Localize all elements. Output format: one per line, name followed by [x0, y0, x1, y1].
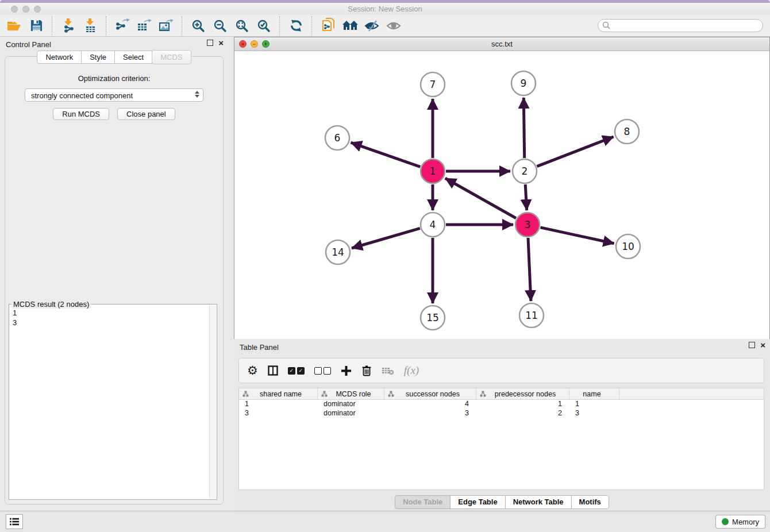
- node-label: 9: [521, 78, 527, 89]
- network-view-window: × − + scc.txt 7968124314101511: [234, 37, 770, 339]
- float-panel-icon[interactable]: [207, 40, 213, 46]
- tab-style[interactable]: Style: [81, 51, 115, 64]
- column-header-successor-nodes[interactable]: successor nodes: [384, 388, 476, 399]
- node-15[interactable]: 15: [421, 306, 445, 330]
- add-column-button[interactable]: [341, 365, 352, 376]
- clone-network-icon: [321, 18, 336, 33]
- table-options-button[interactable]: ⚙: [247, 365, 258, 376]
- import-table-button[interactable]: [79, 16, 101, 36]
- node-6[interactable]: 6: [325, 126, 349, 150]
- zoom-fit-button[interactable]: [231, 16, 253, 36]
- edge-3-1[interactable]: [445, 178, 516, 218]
- hierarchy-icon: [388, 391, 394, 397]
- node-11[interactable]: 11: [519, 303, 544, 327]
- close-table-panel-icon[interactable]: ×: [760, 342, 765, 348]
- edge-4-14[interactable]: [352, 228, 420, 248]
- show-column-panel-button[interactable]: [268, 365, 278, 376]
- node-3[interactable]: 3: [515, 213, 540, 237]
- tab-mcds[interactable]: MCDS: [152, 50, 191, 64]
- zoom-in-button[interactable]: [187, 16, 209, 36]
- node-label: 8: [624, 126, 630, 137]
- node-14[interactable]: 14: [326, 240, 350, 264]
- control-panel-title: Control Panel: [6, 40, 51, 49]
- gear-icon: ⚙: [247, 365, 258, 376]
- node-2[interactable]: 2: [513, 159, 537, 183]
- mcds-result-text[interactable]: 1 3: [10, 306, 209, 498]
- unchecked-box-icon: [324, 367, 331, 375]
- delete-table-button[interactable]: [382, 366, 394, 375]
- table-row[interactable]: 3dominator323: [239, 409, 764, 418]
- title-bar: Session: New Session: [0, 3, 770, 15]
- tab-motifs[interactable]: Motifs: [571, 495, 609, 509]
- optimization-criterion-select[interactable]: strongly connected component: [25, 88, 203, 102]
- export-image-button[interactable]: [155, 16, 177, 36]
- tab-edge-table[interactable]: Edge Table: [450, 495, 505, 509]
- edge-2-8[interactable]: [537, 137, 613, 167]
- column-header-predecessor-nodes[interactable]: predecessor nodes: [476, 388, 569, 399]
- float-table-panel-icon[interactable]: [749, 342, 755, 348]
- node-10[interactable]: 10: [616, 234, 640, 259]
- export-table-button[interactable]: [133, 16, 155, 36]
- close-panel-button[interactable]: Close panel: [117, 108, 175, 120]
- toggle-graphics-details-button[interactable]: [361, 16, 383, 36]
- mcds-result-scrollbar[interactable]: [209, 305, 216, 499]
- tab-network[interactable]: Network: [37, 51, 82, 64]
- zoom-in-icon: [191, 19, 205, 33]
- node-label: 7: [430, 79, 436, 90]
- zoom-out-button[interactable]: [209, 16, 231, 36]
- node-label: 6: [334, 132, 341, 144]
- show-all-networks-button[interactable]: [339, 16, 361, 36]
- edge-1-6[interactable]: [351, 142, 421, 167]
- edge-3-10[interactable]: [541, 228, 614, 244]
- column-header-MCDS-role[interactable]: MCDS role: [318, 388, 384, 399]
- application-window: Session: New Session: [0, 0, 770, 532]
- table-cell: 1: [569, 400, 619, 409]
- node-4[interactable]: 4: [421, 213, 445, 237]
- table-cell: 1: [239, 400, 318, 409]
- tab-select[interactable]: Select: [114, 51, 152, 64]
- table-panel-header: Table Panel ×: [234, 339, 770, 355]
- task-history-button[interactable]: [6, 514, 23, 529]
- export-network-button[interactable]: [111, 16, 133, 36]
- toolbar-separator: [182, 16, 183, 36]
- function-builder-button[interactable]: f(x): [404, 364, 419, 377]
- table-panel-tabs: Node TableEdge TableNetwork TableMotifs: [234, 495, 770, 509]
- control-panel: Control Panel × NetworkStyleSelectMCDS O…: [0, 37, 228, 511]
- node-9[interactable]: 9: [511, 71, 536, 95]
- node-1[interactable]: 1: [421, 159, 445, 183]
- node-8[interactable]: 8: [615, 119, 639, 144]
- edge-2-3[interactable]: [525, 184, 527, 210]
- optimization-criterion-value: strongly connected component: [31, 91, 133, 100]
- column-header-shared-name[interactable]: shared name: [239, 388, 318, 399]
- status-bar: Memory: [0, 511, 770, 532]
- clone-network-button[interactable]: [317, 16, 339, 36]
- select-all-button[interactable]: ✓ ✓: [288, 367, 305, 375]
- tab-node-table[interactable]: Node Table: [395, 495, 451, 509]
- network-canvas[interactable]: 7968124314101511: [234, 51, 769, 339]
- zoom-selected-button[interactable]: [253, 16, 275, 36]
- node-label: 3: [525, 219, 531, 230]
- column-header-name[interactable]: name: [569, 388, 619, 399]
- table-row[interactable]: 1dominator411: [239, 400, 764, 409]
- close-panel-icon[interactable]: ×: [218, 40, 224, 46]
- apply-layout-button[interactable]: [285, 16, 307, 36]
- save-session-button[interactable]: [25, 16, 47, 36]
- deselect-all-button[interactable]: [314, 367, 331, 375]
- tab-network-table[interactable]: Network Table: [505, 495, 572, 509]
- memory-button[interactable]: Memory: [715, 515, 765, 529]
- edge-3-11[interactable]: [528, 238, 531, 301]
- table-cell: 4: [384, 400, 476, 409]
- delete-column-button[interactable]: [361, 365, 372, 376]
- open-session-button[interactable]: [3, 16, 25, 36]
- edge-2-9[interactable]: [523, 98, 524, 158]
- checked-box-icon: ✓: [288, 367, 295, 375]
- show-hide-button[interactable]: [383, 16, 405, 36]
- checked-box-icon: ✓: [297, 367, 305, 375]
- run-mcds-button[interactable]: Run MCDS: [53, 108, 109, 120]
- toolbar-separator: [311, 16, 313, 36]
- column-pane-icon: [268, 365, 278, 376]
- node-7[interactable]: 7: [421, 72, 445, 97]
- import-network-button[interactable]: [57, 16, 79, 36]
- search-input[interactable]: [598, 19, 763, 32]
- toolbar-separator: [279, 16, 280, 36]
